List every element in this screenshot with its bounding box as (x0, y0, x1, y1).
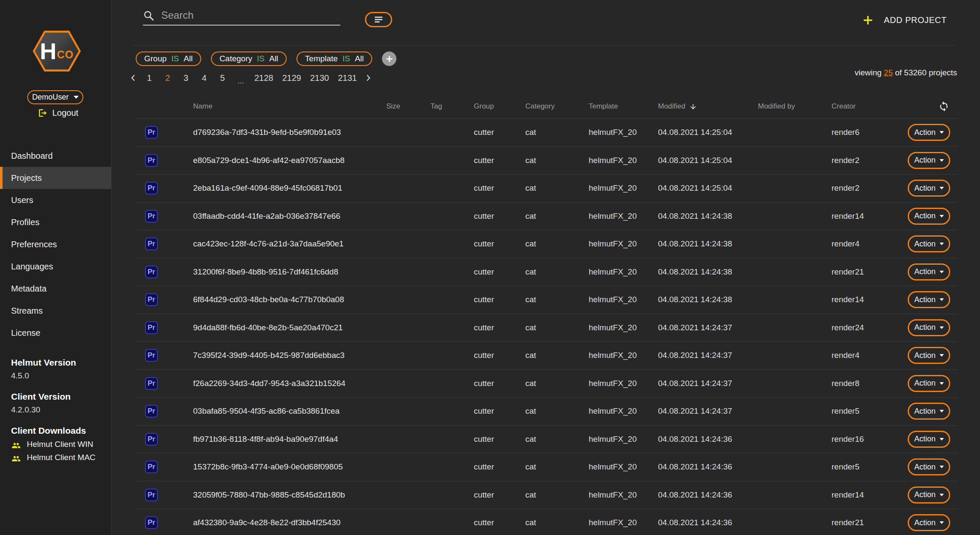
project-category: cat (525, 156, 589, 165)
pagination-page[interactable]: 5 (216, 72, 229, 84)
action-button[interactable]: Action (908, 235, 950, 252)
pagination-page[interactable]: 1 (143, 72, 156, 84)
action-button[interactable]: Action (908, 458, 950, 475)
project-group: cutter (474, 323, 525, 332)
column-header-group[interactable]: Group (474, 102, 525, 111)
pagination-page[interactable]: 2129 (281, 72, 303, 84)
pagination-page[interactable]: 2 (161, 72, 174, 84)
project-category: cat (525, 435, 589, 444)
sidebar-item-preferences[interactable]: Preferences (0, 233, 111, 255)
project-creator: render14 (832, 490, 908, 500)
chevron-down-icon (940, 410, 944, 412)
action-button[interactable]: Action (908, 347, 950, 364)
table-row: Pr e805a729-dce1-4b96-af42-ea97057aacb8 … (136, 147, 958, 175)
viewing-count-link[interactable]: 25 (884, 68, 893, 77)
project-category: cat (525, 128, 589, 137)
action-button[interactable]: Action (908, 375, 950, 392)
filter-chip-category[interactable]: Category IS All (211, 51, 287, 66)
column-header-modified-by[interactable]: Modified by (758, 102, 832, 111)
project-name: 7c395f24-39d9-4405-b425-987dd6ebbac3 (193, 351, 386, 360)
project-template: helmutFX_20 (589, 239, 658, 249)
chevron-down-icon (940, 187, 944, 189)
chevron-down-icon (940, 466, 944, 468)
pagination-page[interactable]: 2131 (336, 72, 359, 84)
filter-value: All (355, 54, 364, 63)
search-input[interactable] (160, 9, 340, 22)
chevron-down-icon (940, 354, 944, 357)
client-download-link[interactable]: Helmut Client MAC (11, 453, 105, 462)
column-header-category[interactable]: Category (525, 102, 589, 111)
logout-button[interactable]: Logout (37, 108, 78, 118)
sidebar-item-streams[interactable]: Streams (0, 300, 111, 322)
client-version-value: 4.2.0.30 (11, 405, 105, 415)
action-button[interactable]: Action (908, 180, 950, 197)
sidebar-item-label: Languages (11, 262, 53, 272)
sidebar-item-license[interactable]: License (0, 322, 111, 344)
project-name: cac423ec-128f-4c76-a21d-3a7daa5e90e1 (193, 239, 386, 249)
action-button[interactable]: Action (908, 291, 950, 308)
project-category: cat (525, 295, 589, 304)
table-row: Pr 2eba161a-c9ef-4094-88e9-45fc06817b01 … (136, 175, 958, 203)
action-button[interactable]: Action (908, 431, 950, 448)
table-row: Pr 31200f6f-8be9-4b8b-9516-7df461fc6dd8 … (136, 258, 958, 286)
sidebar-item-languages[interactable]: Languages (0, 255, 111, 278)
project-creator: render2 (832, 183, 908, 193)
action-button[interactable]: Action (908, 514, 950, 531)
action-button[interactable]: Action (908, 319, 950, 336)
project-modified: 04.08.2021 14:25:04 (658, 156, 758, 165)
pagination-prev-button[interactable] (129, 74, 137, 82)
pagination-next-button[interactable] (364, 74, 373, 82)
project-group: cutter (474, 406, 525, 416)
column-header-name[interactable]: Name (193, 102, 386, 111)
add-filter-button[interactable] (382, 51, 396, 66)
client-download-link[interactable]: Helmut Client WIN (11, 440, 105, 449)
action-button[interactable]: Action (908, 124, 950, 141)
sidebar-item-profiles[interactable]: Profiles (0, 211, 111, 233)
sidebar-item-dashboard[interactable]: Dashboard (0, 145, 111, 167)
user-menu-button[interactable]: DemoUser (27, 90, 83, 104)
filter-operator: IS (257, 54, 265, 63)
sidebar-item-projects[interactable]: Projects (0, 167, 111, 189)
pagination-page[interactable]: 2130 (308, 72, 331, 84)
sidebar-item-metadata[interactable]: Metadata (0, 278, 111, 300)
action-button[interactable]: Action (908, 152, 950, 169)
add-project-button[interactable]: ADD PROJECT (863, 15, 947, 25)
filter-chip-group[interactable]: Group IS All (136, 51, 201, 66)
logout-label: Logout (52, 108, 78, 118)
column-header-tag[interactable]: Tag (430, 102, 474, 111)
chevron-down-icon (940, 271, 944, 273)
chevron-down-icon (940, 243, 944, 245)
column-header-modified[interactable]: Modified (658, 102, 758, 111)
project-creator: render2 (832, 156, 908, 165)
premiere-pro-icon: Pr (145, 154, 158, 167)
column-header-template[interactable]: Template (589, 102, 658, 111)
project-modified: 04.08.2021 14:24:36 (658, 490, 758, 500)
premiere-pro-icon: Pr (145, 377, 158, 390)
app-logo: H CO (33, 30, 81, 72)
action-button[interactable]: Action (908, 486, 950, 504)
table-row: Pr af432380-9a9c-4e28-8e22-df3bb4f25430 … (136, 509, 958, 535)
action-button[interactable]: Action (908, 403, 950, 420)
table-row: Pr cac423ec-128f-4c76-a21d-3a7daa5e90e1 … (136, 230, 958, 258)
viewing-summary: viewing 25 of 53260 projects (855, 68, 957, 77)
action-button[interactable]: Action (908, 263, 950, 280)
pagination-page[interactable]: 3 (179, 72, 192, 84)
project-group: cutter (474, 295, 525, 304)
pagination-ellipsis: ... (234, 76, 247, 86)
chevron-down-icon (940, 521, 944, 524)
table-row: Pr 32059f05-7880-47bb-9885-c8545d2d180b … (136, 481, 958, 509)
action-button[interactable]: Action (908, 208, 950, 225)
column-header-creator[interactable]: Creator (832, 102, 908, 111)
sidebar-item-label: Users (11, 195, 33, 205)
refresh-button[interactable] (938, 101, 949, 112)
filter-chip-template[interactable]: Template IS All (296, 51, 372, 66)
logo-letter: H (40, 40, 57, 63)
project-modified: 04.08.2021 14:24:38 (658, 295, 758, 304)
sidebar-item-users[interactable]: Users (0, 189, 111, 211)
project-modified: 04.08.2021 14:24:37 (658, 379, 758, 388)
column-header-size[interactable]: Size (386, 102, 430, 111)
pagination-page[interactable]: 2128 (253, 72, 275, 84)
chevron-right-icon (366, 74, 371, 82)
pagination-page[interactable]: 4 (198, 72, 211, 84)
sort-filter-button[interactable] (365, 12, 392, 27)
